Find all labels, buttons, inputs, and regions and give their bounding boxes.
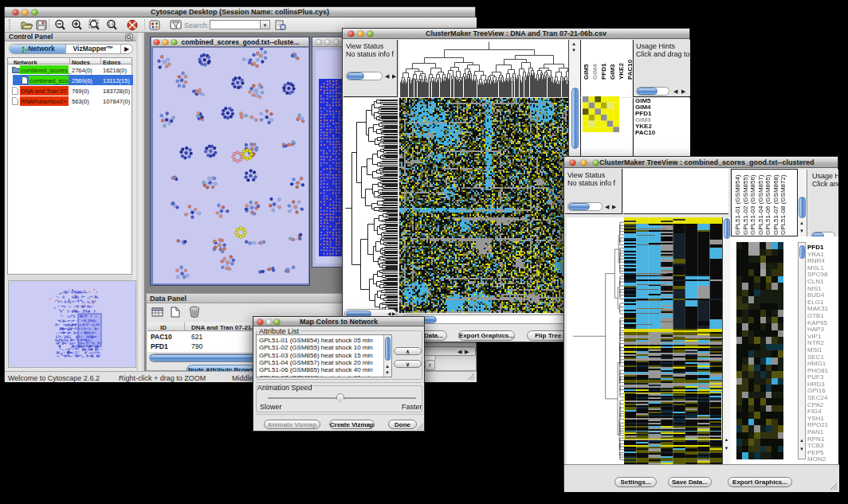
svg-text:1:1: 1:1 — [108, 21, 114, 26]
